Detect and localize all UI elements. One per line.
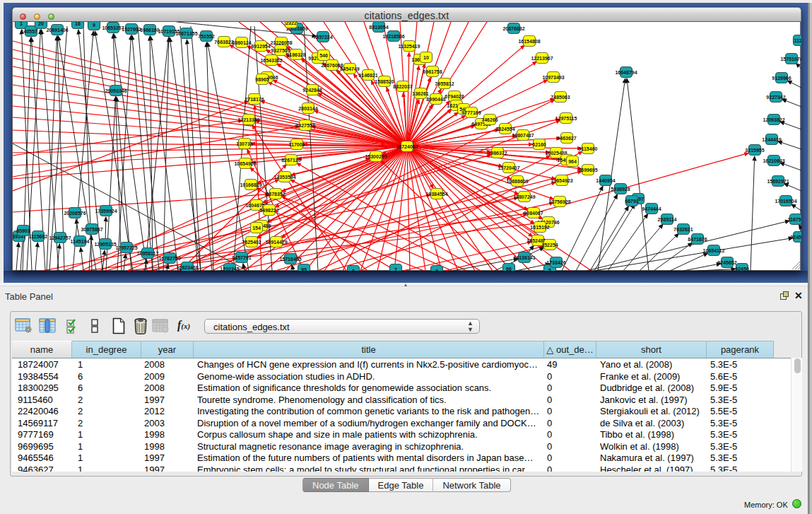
svg-text:1615192: 1615192 <box>530 225 549 230</box>
svg-text:10688609: 10688609 <box>506 179 528 184</box>
svg-text:7: 7 <box>394 267 397 271</box>
svg-text:18807249: 18807249 <box>513 194 535 199</box>
svg-text:746266: 746266 <box>481 117 498 122</box>
svg-text:30975867: 30975867 <box>81 227 102 232</box>
svg-text:1733426: 1733426 <box>546 260 565 265</box>
svg-text:9129966: 9129966 <box>772 76 791 81</box>
svg-text:7485063: 7485063 <box>551 95 570 100</box>
svg-text:12975115: 12975115 <box>555 116 577 121</box>
svg-text:16648794: 16648794 <box>615 70 637 75</box>
svg-text:8912954: 8912954 <box>251 44 270 49</box>
svg-text:9463627: 9463627 <box>557 136 576 141</box>
svg-text:10958117: 10958117 <box>137 251 159 256</box>
svg-text:964: 964 <box>568 159 577 164</box>
svg-text:7857224: 7857224 <box>313 35 332 40</box>
svg-text:6966160: 6966160 <box>140 28 159 33</box>
svg-text:15692971: 15692971 <box>767 179 789 184</box>
svg-text:140557 2: 140557 2 <box>20 29 41 34</box>
svg-text:85901: 85901 <box>16 228 30 233</box>
svg-text:98965: 98965 <box>255 77 269 82</box>
svg-text:10654112: 10654112 <box>703 248 725 253</box>
svg-text:19654923: 19654923 <box>551 178 572 183</box>
svg-text:16914479: 16914479 <box>265 240 287 245</box>
svg-text:12093822: 12093822 <box>763 117 784 122</box>
svg-text:1: 1 <box>20 22 23 26</box>
svg-text:20876882: 20876882 <box>502 26 524 31</box>
svg-text:12353594: 12353594 <box>273 175 295 180</box>
svg-text:3215955: 3215955 <box>745 148 764 153</box>
svg-text:136261: 136261 <box>412 91 428 96</box>
svg-text:1244419: 1244419 <box>762 137 781 142</box>
svg-text:10973493: 10973493 <box>542 75 564 80</box>
svg-text:9084067: 9084067 <box>524 211 543 216</box>
svg-text:92450: 92450 <box>735 267 749 271</box>
svg-text:8186328: 8186328 <box>286 52 305 57</box>
svg-text:1588520: 1588520 <box>375 79 394 84</box>
svg-text:8822037: 8822037 <box>393 84 412 89</box>
svg-text:252254: 252254 <box>541 243 558 247</box>
svg-text:12213967: 12213967 <box>531 56 553 61</box>
svg-text:8: 8 <box>352 269 355 271</box>
svg-text:1145194: 1145194 <box>71 239 90 244</box>
svg-text:12942757: 12942757 <box>49 235 71 240</box>
svg-text:16: 16 <box>75 22 81 26</box>
svg-text:10654925: 10654925 <box>234 161 256 166</box>
svg-text:154: 154 <box>252 226 261 230</box>
svg-text:5938928: 5938928 <box>611 187 630 192</box>
svg-text:15751074: 15751074 <box>780 57 801 62</box>
svg-text:17957225: 17957225 <box>115 245 137 250</box>
svg-text:7955812: 7955812 <box>435 81 454 86</box>
svg-text:10653267: 10653267 <box>102 25 124 30</box>
svg-text:9146821: 9146821 <box>358 73 377 78</box>
svg-text:1202345: 1202345 <box>220 267 239 271</box>
svg-text:9474444: 9474444 <box>642 206 661 211</box>
svg-text:7632621: 7632621 <box>673 227 693 232</box>
svg-text:9457791: 9457791 <box>232 255 251 260</box>
svg-text:9777169: 9777169 <box>461 110 481 115</box>
svg-text:5498222: 5498222 <box>259 208 278 213</box>
svg-text:10807487: 10807487 <box>512 133 534 138</box>
svg-text:8454749: 8454749 <box>340 66 359 71</box>
svg-text:20: 20 <box>38 22 44 26</box>
svg-text:29053346: 29053346 <box>105 88 126 93</box>
svg-text:7625402: 7625402 <box>242 240 261 245</box>
svg-text:11325419: 11325419 <box>399 44 420 49</box>
svg-text:86: 86 <box>506 267 512 271</box>
svg-text:3824554: 3824554 <box>495 127 514 132</box>
svg-text:751552: 751552 <box>198 34 214 39</box>
svg-text:116753: 116753 <box>788 217 801 222</box>
svg-text:20691406: 20691406 <box>46 28 68 33</box>
svg-text:8813054: 8813054 <box>369 25 388 30</box>
svg-text:8427552: 8427552 <box>295 123 314 128</box>
svg-text:9699695: 9699695 <box>578 168 597 173</box>
svg-text:62160: 62160 <box>532 142 546 147</box>
svg-text:1440954: 1440954 <box>596 178 615 183</box>
svg-text:16543362: 16543362 <box>260 58 282 63</box>
svg-text:9227342: 9227342 <box>766 95 785 100</box>
svg-text:1112: 1112 <box>794 38 801 43</box>
svg-text:16782759: 16782759 <box>158 256 180 261</box>
svg-text:8860124: 8860124 <box>232 40 251 45</box>
svg-text:9115460: 9115460 <box>579 146 598 151</box>
svg-text:2322: 2322 <box>286 22 297 25</box>
svg-text:92450 2: 92450 2 <box>790 235 801 240</box>
svg-text:7663822: 7663822 <box>214 40 233 45</box>
svg-text:130733: 130733 <box>236 141 252 146</box>
svg-text:5: 5 <box>548 268 551 271</box>
svg-text:10: 10 <box>423 55 429 60</box>
svg-text:14136141: 14136141 <box>513 255 535 260</box>
svg-text:16154808: 16154808 <box>518 39 540 44</box>
svg-text:20206576: 20206576 <box>64 211 86 216</box>
svg-text:8990448: 8990448 <box>426 97 445 102</box>
svg-text:16210643: 16210643 <box>763 158 784 163</box>
svg-text:17016504: 17016504 <box>775 199 796 204</box>
svg-text:8267130: 8267130 <box>281 158 300 163</box>
svg-text:16671355: 16671355 <box>175 31 197 36</box>
svg-text:17359924: 17359924 <box>95 209 117 214</box>
svg-text:18300295: 18300295 <box>365 154 387 159</box>
svg-text:2935114: 2935114 <box>658 217 677 222</box>
svg-text:9245652: 9245652 <box>717 260 736 265</box>
svg-text:12923468: 12923468 <box>176 265 198 270</box>
svg-text:12905135: 12905135 <box>94 242 116 247</box>
svg-text:19218586: 19218586 <box>382 34 404 39</box>
